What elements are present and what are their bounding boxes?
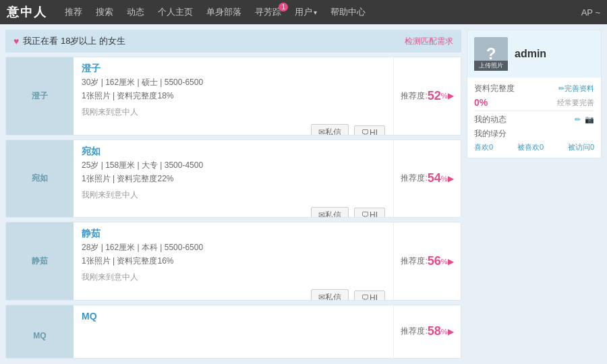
nav-item-singles[interactable]: 单身部落 — [200, 0, 248, 24]
score-arrow[interactable]: ▶ — [448, 327, 454, 336]
edit-icon[interactable]: ✏ — [575, 115, 581, 124]
heart-icon: ♥ — [13, 36, 19, 47]
user-bio: 我刚来到意中人 — [82, 272, 385, 283]
stat-likes[interactable]: 喜欢0 — [474, 142, 493, 152]
user-actions: ✉私信 🗨HI — [82, 207, 385, 218]
score-label: 推荐度: — [401, 255, 427, 267]
user-actions: ✉私信 🗨HI — [82, 289, 385, 301]
match-score: 推荐度: 56 % ▶ — [393, 222, 461, 300]
user-info: 澄子 30岁 | 162厘米 | 硕士 | 5500-6500 1张照片 | 资… — [74, 57, 393, 135]
profile-header: ? 上传照片 admin — [467, 30, 601, 78]
profile-avatar: ? 上传照片 — [474, 37, 508, 71]
upload-photo-button[interactable]: 上传照片 — [474, 61, 508, 71]
private-message-button[interactable]: ✉私信 — [311, 124, 349, 135]
user-card: 宛如 宛如 25岁 | 158厘米 | 大专 | 3500-4500 1张照片 … — [5, 140, 461, 218]
user-details: 28岁 | 162厘米 | 本科 | 5500-6500 — [82, 242, 385, 253]
nav-item-recommend[interactable]: 推荐 — [58, 0, 89, 24]
user-avatar: 宛如 — [6, 140, 74, 218]
left-content: ♥ 我正在看 18岁以上 的女生 检测匹配需求 澄子 澄子 30岁 | 162厘… — [5, 30, 461, 359]
site-logo[interactable]: 意中人 — [7, 4, 47, 20]
right-sidebar: ? 上传照片 admin 资料完整度 ✏完善资料 0% 经常要完善 我的动态 — [467, 30, 602, 359]
user-list: 澄子 澄子 30岁 | 162厘米 | 硕士 | 5500-6500 1张照片 … — [5, 57, 461, 359]
score-unit: % — [441, 328, 448, 336]
user-avatar: 静茹 — [6, 222, 74, 300]
completeness-label: 资料完整度 — [474, 83, 515, 94]
filter-text: ♥ 我正在看 18岁以上 的女生 — [13, 35, 125, 47]
user-card: MQ MQ 推荐度: 58 % ▶ — [5, 305, 461, 359]
filter-bar: ♥ 我正在看 18岁以上 的女生 检测匹配需求 — [5, 30, 461, 53]
user-bio: 我刚来到意中人 — [82, 107, 385, 118]
completeness-value: 0% — [474, 97, 488, 108]
completeness-row: 资料完整度 ✏完善资料 — [474, 83, 594, 94]
top-navigation: 意中人 推荐 搜索 动态 个人主页 单身部落 寻芳踪 1 用户 ▾ 帮助中心 A… — [0, 0, 607, 24]
completeness-sub: 经常要完善 — [557, 98, 594, 108]
profile-card: ? 上传照片 admin 资料完整度 ✏完善资料 0% 经常要完善 我的动态 — [467, 30, 602, 158]
score-value: 56 — [428, 254, 441, 268]
user-info: 静茹 28岁 | 162厘米 | 本科 | 5500-6500 1张照片 | 资… — [74, 222, 393, 300]
nav-item-profile[interactable]: 个人主页 — [151, 0, 200, 24]
score-unit: % — [441, 92, 448, 100]
hi-button[interactable]: 🗨HI — [354, 208, 385, 218]
user-info: MQ — [74, 305, 393, 358]
user-details: 25岁 | 158厘米 | 大专 | 3500-4500 — [82, 160, 385, 171]
user-name[interactable]: 宛如 — [82, 146, 385, 158]
nav-item-search[interactable]: 搜索 — [89, 0, 120, 24]
users-dropdown-arrow: ▾ — [314, 9, 317, 16]
stat-liked[interactable]: 被喜欢0 — [517, 142, 544, 152]
user-actions: ✉私信 🗨HI — [82, 124, 385, 135]
edit-profile-link[interactable]: ✏完善资料 — [558, 84, 594, 94]
score-row: 0% 经常要完善 — [474, 97, 594, 108]
user-card: 静茹 静茹 28岁 | 162厘米 | 本科 | 5500-6500 1张照片 … — [5, 222, 461, 301]
user-name[interactable]: 澄子 — [82, 63, 385, 75]
score-arrow[interactable]: ▶ — [448, 91, 454, 100]
camera-icon[interactable]: 📷 — [585, 115, 594, 124]
nav-item-help[interactable]: 帮助中心 — [324, 0, 372, 24]
user-info: 宛如 25岁 | 158厘米 | 大专 | 3500-4500 1张照片 | 资… — [74, 140, 393, 218]
match-score: 推荐度: 52 % ▶ — [393, 57, 461, 135]
score-label: 推荐度: — [401, 326, 427, 337]
user-details: 30岁 | 162厘米 | 硕士 | 5500-6500 — [82, 77, 385, 88]
profile-stats: 喜欢0 被喜欢0 被访问0 — [474, 142, 594, 152]
private-message-button[interactable]: ✉私信 — [311, 207, 349, 218]
score-label: 推荐度: — [401, 173, 427, 184]
private-message-button[interactable]: ✉私信 — [311, 289, 349, 301]
score-value: 52 — [428, 89, 441, 103]
xunfang-badge: 1 — [279, 3, 288, 11]
nav-item-users[interactable]: 用户 ▾ — [288, 0, 324, 24]
user-bio: 我刚来到意中人 — [82, 189, 385, 201]
user-name[interactable]: MQ — [82, 311, 385, 322]
user-name[interactable]: 静茹 — [82, 228, 385, 240]
avatar-label: MQ — [33, 331, 46, 340]
hi-button[interactable]: 🗨HI — [354, 291, 385, 301]
stat-visited[interactable]: 被访问0 — [568, 142, 594, 152]
score-unit: % — [441, 175, 448, 183]
filter-link[interactable]: 检测匹配需求 — [405, 36, 453, 47]
user-photos: 1张照片 | 资料完整度18% — [82, 90, 385, 102]
user-avatar: MQ — [6, 305, 74, 359]
nav-item-activity[interactable]: 动态 — [120, 0, 151, 24]
nav-item-xunfang[interactable]: 寻芳踪 1 — [248, 0, 288, 24]
activity-row: 我的动态 ✏ 📷 — [474, 114, 594, 125]
main-layout: ♥ 我正在看 18岁以上 的女生 检测匹配需求 澄子 澄子 30岁 | 162厘… — [0, 24, 607, 364]
points-row: 我的绿分 — [474, 128, 594, 140]
points-label: 我的绿分 — [474, 128, 507, 140]
score-value: 58 — [428, 324, 441, 338]
activity-label: 我的动态 — [474, 114, 507, 125]
user-photos: 1张照片 | 资料完整度16% — [82, 255, 385, 267]
score-arrow[interactable]: ▶ — [448, 174, 454, 183]
avatar-label: 澄子 — [32, 90, 48, 102]
match-score: 推荐度: 58 % ▶ — [393, 305, 461, 358]
profile-body: 资料完整度 ✏完善资料 0% 经常要完善 我的动态 ✏ 📷 我的绿分 — [467, 78, 601, 158]
score-arrow[interactable]: ▶ — [448, 257, 454, 266]
user-photos: 1张照片 | 资料完整度22% — [82, 173, 385, 185]
profile-name: admin — [515, 48, 546, 60]
user-card: 澄子 澄子 30岁 | 162厘米 | 硕士 | 5500-6500 1张照片 … — [5, 57, 461, 135]
avatar-label: 宛如 — [32, 173, 48, 184]
score-value: 54 — [428, 171, 441, 185]
hi-button[interactable]: 🗨HI — [354, 125, 385, 135]
activity-icons: ✏ 📷 — [575, 115, 594, 124]
score-label: 推荐度: — [401, 90, 427, 102]
divider — [474, 111, 594, 111]
match-score: 推荐度: 54 % ▶ — [393, 140, 461, 218]
score-unit: % — [441, 257, 448, 266]
